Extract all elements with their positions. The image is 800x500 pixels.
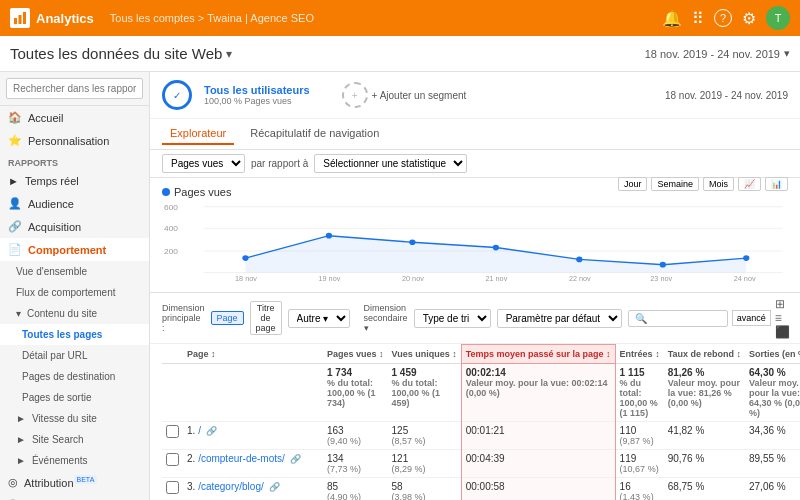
tab-explorateur[interactable]: Explorateur [162, 123, 234, 145]
th-checkbox [162, 345, 183, 364]
sidebar-item-toutes-pages[interactable]: Toutes les pages [0, 324, 149, 345]
dim-page-button[interactable]: Page [211, 311, 244, 325]
dim-autre-select[interactable]: Autre ▾ [288, 309, 350, 328]
row-pages-vues: 85 (4,90 %) [323, 478, 388, 501]
param-select[interactable]: Paramètre par défaut [497, 309, 622, 328]
svg-text:18 nov: 18 nov [235, 275, 257, 282]
segment-circle: ✓ [162, 80, 192, 110]
grid-icon[interactable]: ⠿ [692, 9, 704, 28]
sidebar-item-detail-url[interactable]: Détail par URL [0, 345, 149, 366]
chart-week-button[interactable]: Semaine [651, 177, 699, 191]
attribution-icon: ◎ [8, 476, 18, 489]
chart-title: Pages vues [162, 186, 231, 198]
row-temps-moyen: 00:04:39 [461, 450, 615, 478]
row-temps-moyen: 00:01:21 [461, 422, 615, 450]
app-logo: Analytics [10, 8, 94, 28]
th-temps-moyen[interactable]: Temps moyen passé sur la page ↕ [461, 345, 615, 364]
row-pages-vues: 163 (9,40 %) [323, 422, 388, 450]
sidebar-item-vue-ensemble[interactable]: Vue d'ensemble [0, 261, 149, 282]
add-segment-button[interactable]: + + Ajouter un segment [342, 82, 467, 108]
svg-point-13 [409, 239, 415, 245]
row-entrees: 119 (10,67 %) [615, 450, 664, 478]
avatar[interactable]: T [766, 6, 790, 30]
th-vues-uniques[interactable]: Vues uniques ↕ [388, 345, 462, 364]
row-page: 1. / 🔗 [183, 422, 323, 450]
advanced-button[interactable]: avancé [732, 310, 771, 326]
bell-icon[interactable]: 🔔 [662, 9, 682, 28]
sidebar-item-accueil[interactable]: 🏠 Accueil [0, 106, 149, 129]
segment-subtitle: 100,00 % Pages vues [204, 96, 310, 106]
external-link-icon[interactable]: 🔗 [206, 426, 217, 436]
th-pages-vues[interactable]: Pages vues ↕ [323, 345, 388, 364]
row-page: 2. /compteur-de-mots/ 🔗 [183, 450, 323, 478]
tab-recapitulatif[interactable]: Récapitulatif de navigation [242, 123, 387, 145]
data-table: Page ↕ Pages vues ↕ Vues uniques ↕ Temps… [162, 344, 800, 500]
type-select[interactable]: Type de tri [414, 309, 491, 328]
total-vues-uniques: 1 459 % du total: 100,00 % (1 459) [388, 364, 462, 422]
chart-controls: Jour Semaine Mois 📈 📊 [618, 177, 788, 191]
row-entrees: 16 (1,43 %) [615, 478, 664, 501]
sidebar-item-evenements[interactable]: ► Événements [0, 450, 149, 471]
sidebar-item-vitesse-site[interactable]: ► Vitesse du site [0, 408, 149, 429]
settings-icon[interactable]: ⚙ [742, 9, 756, 28]
audience-icon: 👤 [8, 197, 22, 210]
row-sorties: 89,55 % [745, 450, 800, 478]
page-title: Toutes les données du site Web ▾ [10, 45, 232, 62]
search-input[interactable] [6, 78, 143, 99]
calendar-icon: ▾ [784, 47, 790, 60]
chart-line-button[interactable]: 📈 [738, 177, 761, 191]
total-pages-vues: 1 734 % du total: 100,00 % (1 734) [323, 364, 388, 422]
chart-month-button[interactable]: Mois [703, 177, 734, 191]
sub-header: Toutes les données du site Web ▾ 18 nov.… [0, 36, 800, 72]
chart-day-button[interactable]: Jour [618, 177, 648, 191]
help-icon[interactable]: ? [714, 9, 732, 27]
sidebar-item-comportement[interactable]: 📄 Comportement [0, 238, 149, 261]
page-link[interactable]: / [198, 425, 201, 436]
sidebar-item-pages-destination[interactable]: Pages de destination [0, 366, 149, 387]
sidebar-item-pages-sortie[interactable]: Pages de sortie [0, 387, 149, 408]
date-range[interactable]: 18 nov. 2019 - 24 nov. 2019 ▾ [645, 47, 790, 60]
segment-title: Tous les utilisateurs [204, 84, 310, 96]
page-link[interactable]: /category/blog/ [198, 481, 264, 492]
sidebar-item-decouvrir[interactable]: 🔍 Découvrir [0, 494, 149, 500]
total-entrees: 1 115 % du total: 100,00 % (1 115) [615, 364, 664, 422]
dim-title-button[interactable]: Titre de page [250, 301, 282, 335]
row-checkbox[interactable] [162, 422, 183, 450]
app-name: Analytics [36, 11, 94, 26]
row-checkbox[interactable] [162, 478, 183, 501]
th-entrees[interactable]: Entrées ↕ [615, 345, 664, 364]
chart-dot [162, 188, 170, 196]
sidebar-item-temps-reel[interactable]: ► Temps réel [0, 170, 149, 192]
table-row: 3. /category/blog/ 🔗 85 (4,90 %) 58 (3,9… [162, 478, 800, 501]
row-vues-uniques: 121 (8,29 %) [388, 450, 462, 478]
date-range-top[interactable]: 18 nov. 2019 - 24 nov. 2019 [665, 90, 788, 101]
row-taux-rebond: 41,82 % [664, 422, 745, 450]
sidebar-item-site-search[interactable]: ► Site Search [0, 429, 149, 450]
row-checkbox[interactable] [162, 450, 183, 478]
svg-point-16 [660, 262, 666, 268]
th-page[interactable]: Page ↕ [183, 345, 323, 364]
chart-bar-button[interactable]: 📊 [765, 177, 788, 191]
external-link-icon[interactable]: 🔗 [269, 482, 280, 492]
chevron-right-icon: ► [16, 455, 26, 466]
svg-text:400: 400 [164, 225, 179, 234]
sidebar-item-audience[interactable]: 👤 Audience [0, 192, 149, 215]
sidebar-item-acquisition[interactable]: 🔗 Acquisition [0, 215, 149, 238]
table-view-icons: ⊞ ≡ ⬛ [775, 297, 790, 339]
sidebar-item-contenu-site[interactable]: ▾ Contenu du site [0, 303, 149, 324]
chevron-down-icon[interactable]: ▾ [226, 47, 232, 61]
stat-select[interactable]: Sélectionner une statistique [314, 154, 467, 173]
sidebar-item-attribution[interactable]: ◎ AttributionBETA [0, 471, 149, 494]
table-search-input[interactable] [628, 310, 728, 327]
th-sorties[interactable]: Sorties (en %) ↕ [745, 345, 800, 364]
dimension-label: Dimension principale : [162, 303, 205, 333]
sidebar-item-flux-comportement[interactable]: Flux de comportement [0, 282, 149, 303]
dimension-select[interactable]: Pages vues [162, 154, 245, 173]
sidebar-item-personnalisation[interactable]: ⭐ Personnalisation [0, 129, 149, 152]
th-taux-rebond[interactable]: Taux de rebond ↕ [664, 345, 745, 364]
external-link-icon[interactable]: 🔗 [290, 454, 301, 464]
row-temps-moyen: 00:00:58 [461, 478, 615, 501]
page-link[interactable]: /compteur-de-mots/ [198, 453, 285, 464]
total-temps-moyen: 00:02:14 Valeur moy. pour la vue: 00:02:… [461, 364, 615, 422]
svg-text:200: 200 [164, 247, 179, 256]
